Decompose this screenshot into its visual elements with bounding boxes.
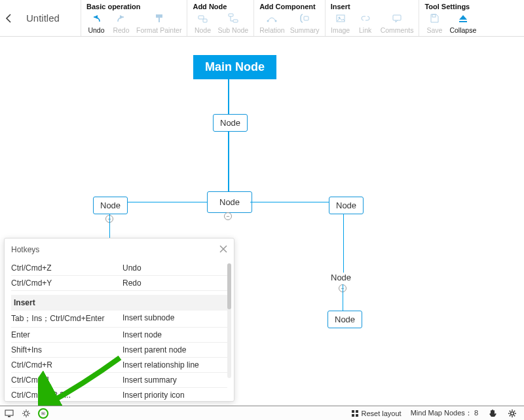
tree-node-borderless[interactable]: Node bbox=[331, 273, 351, 282]
add-node-button[interactable]: Node bbox=[193, 12, 212, 34]
svg-point-6 bbox=[267, 20, 269, 22]
tree-node[interactable]: Node bbox=[207, 191, 252, 213]
svg-rect-22 bbox=[352, 410, 354, 413]
svg-rect-19 bbox=[43, 412, 43, 413]
insert-image-button[interactable]: Image bbox=[331, 12, 350, 34]
back-button[interactable] bbox=[0, 0, 18, 36]
node-count: Mind Map Nodes： 8 bbox=[411, 408, 478, 418]
redo-button[interactable]: Redo bbox=[111, 12, 131, 34]
svg-rect-17 bbox=[41, 412, 45, 415]
undo-icon bbox=[90, 12, 102, 24]
main-node[interactable]: Main Node bbox=[193, 55, 276, 79]
svg-rect-23 bbox=[356, 410, 358, 413]
tree-node[interactable]: Node bbox=[93, 197, 128, 214]
svg-rect-0 bbox=[156, 14, 162, 18]
undo-button[interactable]: Undo bbox=[86, 12, 106, 34]
svg-rect-8 bbox=[304, 16, 309, 20]
connector-line bbox=[228, 79, 229, 114]
hotkeys-panel: Hotkeys Ctrl/Cmd+Z Undo Ctrl/Cmd+Y Redo … bbox=[4, 238, 234, 402]
collapse-icon bbox=[457, 12, 469, 24]
panel-title: Hotkeys bbox=[11, 245, 39, 254]
theme-button[interactable] bbox=[21, 408, 31, 419]
close-icon bbox=[219, 245, 227, 253]
toolbar-group-title: Tool Settings bbox=[424, 3, 476, 12]
toolbar-group-insert: Insert Image Link Comments bbox=[325, 0, 419, 36]
hotkey-section: Insert bbox=[11, 295, 227, 311]
svg-rect-13 bbox=[459, 21, 467, 22]
connector-line bbox=[343, 284, 343, 311]
svg-rect-11 bbox=[393, 15, 401, 20]
svg-rect-21 bbox=[43, 413, 45, 414]
summary-button[interactable]: Summary bbox=[290, 12, 320, 34]
svg-rect-15 bbox=[8, 416, 10, 417]
svg-rect-4 bbox=[229, 14, 233, 16]
hotkeys-button[interactable] bbox=[38, 408, 48, 419]
connector-line bbox=[343, 214, 344, 273]
tree-node[interactable]: Node bbox=[329, 197, 364, 214]
svg-rect-18 bbox=[42, 412, 43, 413]
hotkey-row: Tab；Ins；Ctrl/Cmd+Enter Insert subnode bbox=[11, 311, 227, 328]
toolbar-group-add-node: Add Node Node Sub Node bbox=[187, 0, 253, 36]
tree-node[interactable]: Node bbox=[213, 114, 248, 132]
toolbar-group-basic: Basic operation Undo Redo Format Painter bbox=[81, 0, 187, 36]
svg-rect-24 bbox=[352, 414, 354, 417]
format-painter-button[interactable]: Format Painter bbox=[136, 12, 181, 34]
document-title[interactable]: Untitled bbox=[18, 0, 81, 36]
svg-rect-5 bbox=[233, 20, 238, 22]
hotkey-row: Enter Insert node bbox=[11, 328, 227, 343]
view-mode-button[interactable] bbox=[4, 408, 14, 419]
tree-node[interactable]: Node bbox=[328, 311, 362, 328]
reset-layout-button[interactable]: Reset layout bbox=[351, 410, 402, 417]
pan-button[interactable] bbox=[487, 408, 498, 419]
hotkey-row: Ctrl/Cmd+1,2,3... Insert priority icon bbox=[11, 388, 227, 401]
chevron-left-icon bbox=[5, 14, 14, 23]
svg-point-16 bbox=[24, 411, 28, 415]
sun-icon bbox=[22, 409, 31, 418]
save-button[interactable]: Save bbox=[424, 12, 444, 34]
keyboard-icon bbox=[41, 410, 45, 417]
scrollbar-thumb[interactable] bbox=[227, 263, 231, 309]
add-subnode-icon bbox=[227, 12, 239, 24]
collapse-toggle[interactable]: − bbox=[224, 212, 232, 220]
hotkey-row: Shift+Ins Insert parent node bbox=[11, 343, 227, 358]
hotkeys-list[interactable]: Ctrl/Cmd+Z Undo Ctrl/Cmd+Y Redo Insert T… bbox=[5, 261, 234, 401]
comment-icon bbox=[391, 12, 403, 24]
redo-icon bbox=[115, 12, 127, 24]
svg-rect-12 bbox=[432, 14, 436, 17]
gear-icon bbox=[508, 409, 517, 418]
grid-icon bbox=[351, 410, 359, 417]
svg-point-26 bbox=[511, 411, 514, 415]
settings-button[interactable] bbox=[507, 408, 517, 419]
svg-rect-20 bbox=[43, 412, 44, 413]
add-node-icon bbox=[196, 12, 208, 24]
close-button[interactable] bbox=[219, 244, 227, 256]
collapse-button[interactable]: Collapse bbox=[449, 12, 476, 34]
hotkey-row: Ctrl/Cmd+Z Undo bbox=[11, 261, 227, 276]
save-icon bbox=[428, 12, 440, 24]
link-icon bbox=[360, 12, 371, 24]
insert-link-button[interactable]: Link bbox=[356, 12, 375, 34]
svg-point-7 bbox=[275, 20, 277, 22]
svg-rect-1 bbox=[159, 18, 160, 22]
relation-button[interactable]: Relation bbox=[259, 12, 285, 34]
insert-comment-button[interactable]: Comments bbox=[381, 12, 414, 34]
toolbar-group-title: Add Component bbox=[259, 3, 319, 12]
toolbar-group-add-component: Add Component Relation Summary bbox=[253, 0, 324, 36]
toolbar-group-tool-settings: Tool Settings Save Collapse bbox=[419, 0, 481, 36]
svg-rect-25 bbox=[356, 414, 358, 417]
add-subnode-button[interactable]: Sub Node bbox=[217, 12, 248, 34]
svg-rect-14 bbox=[5, 410, 13, 415]
svg-rect-2 bbox=[198, 16, 204, 19]
toolbar-group-title: Add Node bbox=[193, 3, 248, 12]
top-toolbar: Untitled Basic operation Undo Redo For bbox=[0, 0, 524, 37]
summary-icon bbox=[299, 12, 310, 24]
hotkey-row: Ctrl/Cmd+Y Redo bbox=[11, 276, 227, 291]
format-painter-icon bbox=[153, 12, 165, 24]
relation-icon bbox=[266, 12, 278, 24]
image-icon bbox=[335, 12, 346, 24]
hand-icon bbox=[488, 409, 497, 418]
connector-line bbox=[228, 131, 229, 191]
hotkey-row: Ctrl/Cmd+] Insert summary bbox=[11, 373, 227, 388]
toolbar-group-title: Basic operation bbox=[86, 3, 181, 12]
screen-icon bbox=[5, 409, 14, 418]
